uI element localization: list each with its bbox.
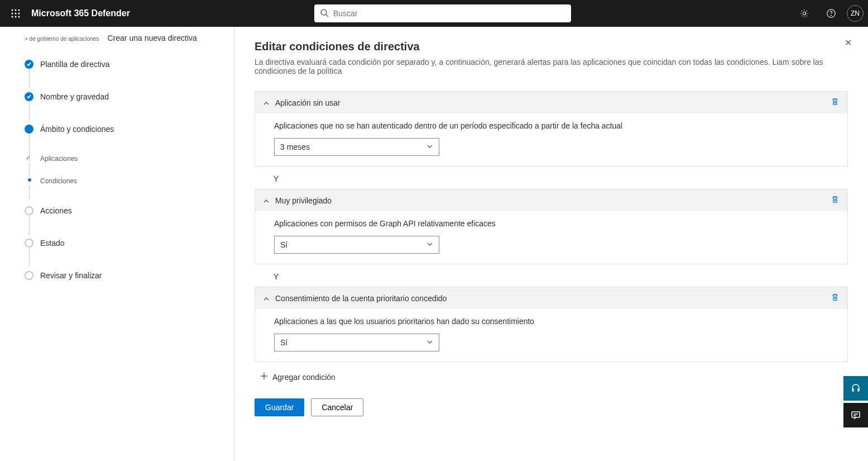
chevron-down-icon xyxy=(426,142,433,151)
dot-icon xyxy=(25,125,33,134)
dot-icon xyxy=(25,206,33,215)
wizard-step-label: Acciones xyxy=(40,206,72,215)
product-title: Microsoft 365 Defender xyxy=(31,8,130,18)
top-bar: Microsoft 365 Defender ZN xyxy=(0,0,868,27)
panel-subtitle: La directiva evaluará cada condición por… xyxy=(255,58,848,75)
condition-header[interactable]: Aplicación sin usar xyxy=(255,92,847,113)
panel: ✕ Editar condiciones de directiva La dir… xyxy=(234,27,868,461)
save-button[interactable]: Guardar xyxy=(255,398,304,416)
chevron-up-icon xyxy=(263,294,270,303)
svg-point-3 xyxy=(12,13,13,15)
chevron-up-icon xyxy=(263,98,270,107)
dot-icon xyxy=(25,271,33,280)
condition-card: Muy privilegiado Aplicaciones con permis… xyxy=(255,189,848,264)
wizard-step-label: Estado xyxy=(40,239,65,248)
headset-icon[interactable] xyxy=(843,376,868,401)
add-condition-label: Agregar condición xyxy=(272,373,335,382)
wizard-substep-label: Aplicaciones xyxy=(40,155,78,163)
condition-title: Muy privilegiado xyxy=(275,196,332,205)
wizard-step-name-severity[interactable]: Nombre y gravedad xyxy=(25,88,220,105)
wizard-step-label: Plantilla de directiva xyxy=(40,60,110,69)
condition-select[interactable]: 3 meses xyxy=(274,138,439,156)
wizard-step-state[interactable]: Estado xyxy=(25,235,220,251)
panel-title: Editar condiciones de directiva xyxy=(255,40,848,53)
wizard-step-template[interactable]: Plantilla de directiva xyxy=(25,56,220,73)
condition-card: Consentimiento de la cuenta prioritario … xyxy=(255,287,848,362)
svg-point-1 xyxy=(15,9,17,11)
breadcrumb: > de gobierno de aplicaciones Crear una … xyxy=(25,34,220,42)
help-icon[interactable] xyxy=(820,2,842,25)
svg-point-2 xyxy=(18,9,20,11)
wizard-step-review[interactable]: Revisar y finalizar xyxy=(25,267,220,284)
wizard-step-label: Ámbito y condiciones xyxy=(40,125,114,134)
condition-title: Aplicación sin usar xyxy=(275,98,341,107)
dot-icon xyxy=(25,239,33,248)
svg-point-7 xyxy=(15,16,17,18)
condition-desc: Aplicaciones con permisos de Graph API r… xyxy=(274,219,840,228)
svg-rect-14 xyxy=(852,412,860,417)
wizard-substep-applications[interactable]: Aplicaciones xyxy=(25,153,220,164)
left-column: > de gobierno de aplicaciones Crear una … xyxy=(0,27,234,461)
close-icon[interactable]: ✕ xyxy=(839,34,857,51)
svg-point-11 xyxy=(803,12,805,15)
main-layout: > de gobierno de aplicaciones Crear una … xyxy=(0,27,868,461)
delete-icon[interactable] xyxy=(831,195,840,206)
wizard-step-scope-conditions[interactable]: Ámbito y condiciones xyxy=(25,121,220,137)
condition-value: Sí xyxy=(280,240,287,249)
condition-body: Aplicaciones que no se han autenticado d… xyxy=(255,113,847,166)
app-launcher-icon[interactable] xyxy=(4,2,27,25)
dot-icon xyxy=(28,178,31,182)
condition-desc: Aplicaciones a las que los usuarios prio… xyxy=(274,317,840,326)
svg-line-10 xyxy=(326,15,328,17)
operator-label: Y xyxy=(255,169,848,189)
search-box[interactable] xyxy=(314,4,571,22)
condition-title: Consentimiento de la cuenta prioritario … xyxy=(275,294,447,303)
chevron-down-icon xyxy=(426,240,433,249)
delete-icon[interactable] xyxy=(831,293,840,303)
condition-select[interactable]: Sí xyxy=(274,236,439,254)
svg-point-13 xyxy=(831,15,832,16)
chevron-down-icon xyxy=(426,338,433,347)
delete-icon[interactable] xyxy=(831,97,840,108)
condition-select[interactable]: Sí xyxy=(274,334,439,351)
svg-point-5 xyxy=(18,13,20,15)
check-icon xyxy=(25,60,33,69)
condition-body: Aplicaciones con permisos de Graph API r… xyxy=(255,211,847,264)
avatar[interactable]: ZN xyxy=(847,5,864,22)
wizard-step-label: Revisar y finalizar xyxy=(40,271,102,280)
search-input[interactable] xyxy=(333,9,565,18)
check-icon xyxy=(27,156,31,161)
chevron-up-icon xyxy=(263,196,270,205)
condition-header[interactable]: Consentimiento de la cuenta prioritario … xyxy=(255,287,847,309)
search-icon xyxy=(320,8,329,19)
wizard-substep-conditions[interactable]: Condiciones xyxy=(25,175,220,187)
avatar-initials: ZN xyxy=(851,9,860,17)
breadcrumb-current: Crear una nueva directiva xyxy=(108,34,197,42)
condition-value: 3 meses xyxy=(280,142,310,151)
wizard-step-actions[interactable]: Acciones xyxy=(25,202,220,219)
search-wrap xyxy=(314,4,571,22)
svg-point-9 xyxy=(321,9,327,15)
svg-point-0 xyxy=(12,9,13,11)
check-icon xyxy=(25,92,33,101)
svg-point-4 xyxy=(15,13,17,15)
condition-value: Sí xyxy=(280,338,287,347)
action-row: Guardar Cancelar xyxy=(255,398,848,416)
condition-body: Aplicaciones a las que los usuarios prio… xyxy=(255,309,847,362)
feedback-icon[interactable] xyxy=(843,403,868,427)
top-right: ZN xyxy=(793,2,864,25)
condition-card: Aplicación sin usar Aplicaciones que no … xyxy=(255,91,848,167)
cancel-button[interactable]: Cancelar xyxy=(311,398,363,416)
breadcrumb-context: > de gobierno de aplicaciones xyxy=(25,36,99,42)
floating-buttons xyxy=(843,374,868,427)
settings-icon[interactable] xyxy=(793,2,816,25)
add-condition-button[interactable]: Agregar condición xyxy=(255,369,848,385)
wizard-nav: Plantilla de directiva Nombre y gravedad… xyxy=(25,56,220,284)
wizard-substep-label: Condiciones xyxy=(40,177,77,185)
plus-icon xyxy=(260,372,268,382)
condition-header[interactable]: Muy privilegiado xyxy=(255,189,847,211)
svg-point-8 xyxy=(18,16,20,18)
condition-desc: Aplicaciones que no se han autenticado d… xyxy=(274,121,840,130)
svg-point-6 xyxy=(12,16,13,18)
wizard-step-label: Nombre y gravedad xyxy=(40,92,109,101)
